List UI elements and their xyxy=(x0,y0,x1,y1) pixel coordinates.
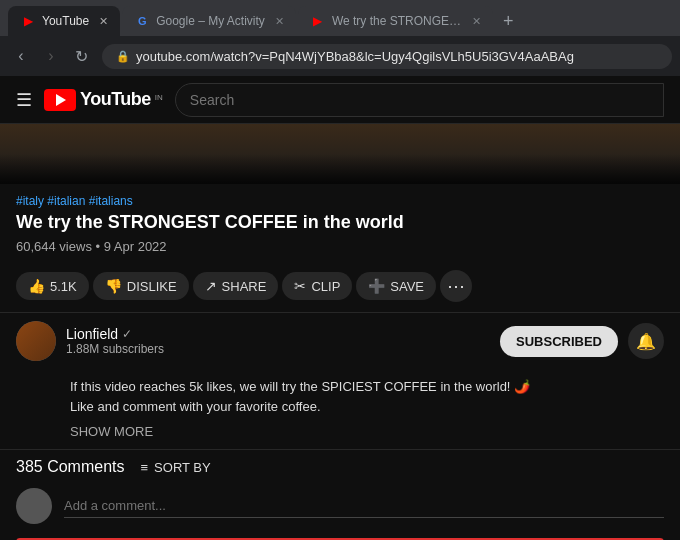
new-tab-button[interactable]: + xyxy=(495,6,522,36)
tab-video[interactable]: ▶ We try the STRONGEST COFFEE... ✕ xyxy=(298,6,493,36)
clip-label: CLIP xyxy=(311,279,340,294)
google-tab-favicon: G xyxy=(134,13,150,29)
youtube-tab-close[interactable]: ✕ xyxy=(99,15,108,28)
search-input[interactable] xyxy=(175,83,664,117)
youtube-header: ☰ YouTube IN xyxy=(0,76,680,124)
notification-bell-button[interactable]: 🔔 xyxy=(628,323,664,359)
action-bar: 👍 5.1K 👎 DISLIKE ↗ SHARE ✂ CLIP ➕ SAVE ⋯ xyxy=(0,270,680,312)
clip-button[interactable]: ✂ CLIP xyxy=(282,272,352,300)
sort-by-button[interactable]: ≡ SORT BY xyxy=(141,460,211,475)
share-icon: ↗ xyxy=(205,278,217,294)
nav-buttons: ‹ › ↻ xyxy=(8,43,94,69)
description-line2: Like and comment with your favorite coff… xyxy=(70,397,664,417)
clip-icon: ✂ xyxy=(294,278,306,294)
channel-name-text: Lionfield xyxy=(66,326,118,342)
youtube-play-icon xyxy=(56,94,66,106)
comments-count: 385 Comments xyxy=(16,458,125,476)
verified-icon: ✓ xyxy=(122,327,132,341)
address-bar[interactable]: 🔒 youtube.com/watch?v=PqN4WjYBba8&lc=Ugy… xyxy=(102,44,672,69)
save-label: SAVE xyxy=(390,279,424,294)
more-actions-button[interactable]: ⋯ xyxy=(440,270,472,302)
address-bar-row: ‹ › ↻ 🔒 youtube.com/watch?v=PqN4WjYBba8&… xyxy=(0,36,680,76)
sort-label: SORT BY xyxy=(154,460,211,475)
youtube-logo[interactable]: YouTube IN xyxy=(44,89,163,111)
video-tags: #italy #italian #italians xyxy=(16,194,664,208)
google-tab-title: Google – My Activity xyxy=(156,14,265,28)
channel-subscribers: 1.88M subscribers xyxy=(66,342,490,356)
share-label: SHARE xyxy=(222,279,267,294)
video-tab-title: We try the STRONGEST COFFEE... xyxy=(332,14,462,28)
channel-name-row: Lionfield ✓ xyxy=(66,326,490,342)
channel-row: Lionfield ✓ 1.88M subscribers SUBSCRIBED… xyxy=(0,312,680,369)
sort-icon: ≡ xyxy=(141,460,149,475)
like-icon: 👍 xyxy=(28,278,45,294)
share-button[interactable]: ↗ SHARE xyxy=(193,272,279,300)
comments-header: 385 Comments ≡ SORT BY xyxy=(16,458,664,476)
thumbnail-gradient xyxy=(0,154,680,184)
video-meta: 60,644 views • 9 Apr 2022 xyxy=(16,239,664,254)
browser-chrome: ▶ YouTube ✕ G Google – My Activity ✕ ▶ W… xyxy=(0,0,680,76)
tab-bar: ▶ YouTube ✕ G Google – My Activity ✕ ▶ W… xyxy=(0,0,680,36)
comments-section: 385 Comments ≡ SORT BY Highlighted comme… xyxy=(0,449,680,540)
lock-icon: 🔒 xyxy=(116,50,130,63)
like-button[interactable]: 👍 5.1K xyxy=(16,272,89,300)
video-tab-close[interactable]: ✕ xyxy=(472,15,481,28)
channel-info: Lionfield ✓ 1.88M subscribers xyxy=(66,326,490,356)
youtube-logo-text: YouTube xyxy=(80,89,151,110)
description-line1: If this video reaches 5k likes, we will … xyxy=(70,377,664,397)
forward-button[interactable]: › xyxy=(38,43,64,69)
comment-input[interactable] xyxy=(64,494,664,518)
meta-separator: • xyxy=(96,239,104,254)
video-info: #italy #italian #italians We try the STR… xyxy=(0,184,680,270)
bell-icon: 🔔 xyxy=(636,332,656,351)
google-tab-close[interactable]: ✕ xyxy=(275,15,284,28)
youtube-logo-icon xyxy=(44,89,76,111)
save-icon: ➕ xyxy=(368,278,385,294)
like-count: 5.1K xyxy=(50,279,77,294)
hamburger-menu[interactable]: ☰ xyxy=(16,89,32,111)
upload-date: 9 Apr 2022 xyxy=(104,239,167,254)
video-title: We try the STRONGEST COFFEE in the world xyxy=(16,212,664,233)
video-tab-favicon: ▶ xyxy=(310,13,326,29)
youtube-tab-title: YouTube xyxy=(42,14,89,28)
more-icon: ⋯ xyxy=(447,275,465,297)
channel-avatar[interactable] xyxy=(16,321,56,361)
video-thumbnail xyxy=(0,124,680,184)
youtube-country-badge: IN xyxy=(155,93,163,102)
dislike-icon: 👎 xyxy=(105,278,122,294)
reload-button[interactable]: ↻ xyxy=(68,43,94,69)
view-count: 60,644 views xyxy=(16,239,92,254)
address-text: youtube.com/watch?v=PqN4WjYBba8&lc=Ugy4Q… xyxy=(136,49,574,64)
dislike-label: DISLIKE xyxy=(127,279,177,294)
youtube-tab-favicon: ▶ xyxy=(20,13,36,29)
subscribe-button[interactable]: SUBSCRIBED xyxy=(500,326,618,357)
back-button[interactable]: ‹ xyxy=(8,43,34,69)
user-avatar xyxy=(16,488,52,524)
show-more-button[interactable]: SHOW MORE xyxy=(0,420,680,449)
tab-youtube[interactable]: ▶ YouTube ✕ xyxy=(8,6,120,36)
video-description: If this video reaches 5k likes, we will … xyxy=(0,369,680,420)
tab-google[interactable]: G Google – My Activity ✕ xyxy=(122,6,296,36)
dislike-button[interactable]: 👎 DISLIKE xyxy=(93,272,189,300)
save-button[interactable]: ➕ SAVE xyxy=(356,272,436,300)
add-comment-row xyxy=(16,488,664,524)
